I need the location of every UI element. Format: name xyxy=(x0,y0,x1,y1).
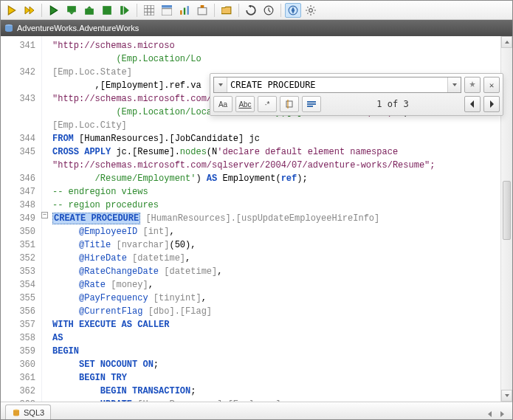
line-number xyxy=(1,79,41,92)
code-line: FROM [HumanResources].[JobCandidate] jc xyxy=(52,132,512,145)
line-number: 357 xyxy=(1,318,41,331)
line-number: 350 xyxy=(1,225,41,238)
exec-down-icon[interactable] xyxy=(63,3,80,18)
line-number: 342 xyxy=(1,66,41,79)
match-case-toggle[interactable]: Aa xyxy=(213,96,233,112)
code-line: @PayFrequency [tinyint], xyxy=(52,292,512,305)
export-icon[interactable] xyxy=(194,3,210,18)
line-number: 355 xyxy=(1,292,41,305)
svg-point-17 xyxy=(309,8,313,12)
in-selection-toggle[interactable] xyxy=(280,96,299,112)
line-number: 348 xyxy=(1,199,41,212)
find-input[interactable] xyxy=(227,80,447,90)
svg-rect-1 xyxy=(85,8,94,14)
svg-rect-11 xyxy=(180,10,182,15)
gear-icon[interactable] xyxy=(303,3,319,18)
code-line: (Emp.Location/Lo xyxy=(52,52,512,66)
code-line: @HireDate [datetime], xyxy=(52,252,512,265)
line-number: 362 xyxy=(1,385,41,398)
compass-icon[interactable] xyxy=(285,3,301,18)
find-options-button[interactable] xyxy=(464,77,481,93)
line-gutter: − 34134234334434534634734834935035135235… xyxy=(1,36,42,402)
code-line: AS xyxy=(52,331,512,345)
line-number xyxy=(1,52,41,66)
scroll-down-button[interactable] xyxy=(501,390,512,402)
find-input-dropdown[interactable] xyxy=(447,78,461,92)
code-line: @RateChangeDate [datetime], xyxy=(52,265,512,278)
line-number xyxy=(1,106,41,119)
code-line: @Rate [money], xyxy=(52,278,512,292)
code-line: BEGIN xyxy=(52,345,512,358)
table-icon[interactable] xyxy=(159,3,175,18)
bottom-tab-label: SQL3 xyxy=(24,408,44,417)
code-line: @Title [nvarchar](50), xyxy=(52,238,512,252)
bottom-bar: SQL3 xyxy=(1,402,512,419)
code-line: BEGIN TRY xyxy=(52,371,512,385)
code-line: SET NOCOUNT ON; xyxy=(52,358,512,371)
find-count: 1 of 3 xyxy=(324,99,461,109)
line-number xyxy=(1,119,41,132)
history-icon[interactable] xyxy=(261,3,277,18)
db-icon xyxy=(4,23,14,33)
run-step-icon[interactable] xyxy=(21,3,38,18)
line-number: 356 xyxy=(1,305,41,318)
code-line: "http://schemas.microsoft.com/sqlserver/… xyxy=(52,159,512,172)
line-number: 341 xyxy=(1,39,41,52)
exec-block-icon[interactable] xyxy=(99,3,115,18)
line-number: 359 xyxy=(1,345,41,358)
code-line: -- endregion views xyxy=(52,185,512,199)
close-find-button[interactable]: ✕ xyxy=(483,77,500,93)
find-input-combo xyxy=(213,77,461,93)
code-line: "http://schemas.microso xyxy=(52,39,512,52)
line-number: 352 xyxy=(1,252,41,265)
svg-rect-10 xyxy=(162,8,172,15)
regex-toggle[interactable]: ·* xyxy=(258,96,277,112)
svg-rect-2 xyxy=(103,6,111,15)
exec-skip-icon[interactable] xyxy=(117,3,133,18)
grid-icon[interactable] xyxy=(141,3,157,18)
svg-rect-12 xyxy=(184,7,185,14)
svg-rect-14 xyxy=(198,7,207,14)
line-number: 343 xyxy=(1,92,41,106)
code-line: @EmployeeID [int], xyxy=(52,225,512,238)
code-line: CREATE PROCEDURE [HumanResources].[uspUp… xyxy=(52,212,512,225)
find-prev-button[interactable] xyxy=(464,96,481,112)
tab-title[interactable]: AdventureWorks.AdventureWorks xyxy=(17,24,139,32)
refresh-icon[interactable] xyxy=(243,3,259,18)
code-line: CROSS APPLY jc.[Resume].nodes(N'declare … xyxy=(52,145,512,159)
line-number: 351 xyxy=(1,238,41,252)
find-history-dropdown[interactable] xyxy=(214,78,227,92)
line-number: 358 xyxy=(1,331,41,345)
tab-nav-right-icon[interactable] xyxy=(497,409,507,419)
svg-rect-9 xyxy=(162,5,172,8)
line-number: 347 xyxy=(1,185,41,199)
editor-tabbar: AdventureWorks.AdventureWorks xyxy=(1,20,512,36)
code-line: UPDATE [HumanResources].[Employee] xyxy=(52,398,512,402)
code-line: BEGIN TRANSACTION; xyxy=(52,385,512,398)
find-next-button[interactable] xyxy=(483,96,500,112)
line-number: 361 xyxy=(1,371,41,385)
exec-icon[interactable] xyxy=(46,3,62,18)
whole-word-toggle[interactable]: Abc xyxy=(235,96,255,112)
tab-nav-left-icon[interactable] xyxy=(485,409,495,419)
svg-rect-3 xyxy=(120,6,123,15)
code-line: -- region procedures xyxy=(52,199,512,212)
folder-open-icon[interactable] xyxy=(218,3,235,18)
chart-icon[interactable] xyxy=(176,3,193,18)
svg-rect-19 xyxy=(286,101,292,107)
wrap-toggle[interactable] xyxy=(302,96,321,112)
run-icon[interactable] xyxy=(4,3,20,18)
exec-up-icon[interactable] xyxy=(81,3,97,18)
line-number: 349 xyxy=(1,212,41,225)
code-line: WITH EXECUTE AS CALLER xyxy=(52,318,512,331)
line-number: 346 xyxy=(1,172,41,185)
line-number xyxy=(1,159,41,172)
line-number: 360 xyxy=(1,358,41,371)
code-line: @CurrentFlag [dbo].[Flag] xyxy=(52,305,512,318)
line-number: 345 xyxy=(1,145,41,159)
scrollbar-thumb[interactable] xyxy=(503,181,511,240)
scroll-up-button[interactable] xyxy=(501,36,512,48)
editor: − 34134234334434534634734834935035135235… xyxy=(1,36,512,402)
line-number: 354 xyxy=(1,278,41,292)
bottom-tab-sql[interactable]: SQL3 xyxy=(5,404,51,419)
